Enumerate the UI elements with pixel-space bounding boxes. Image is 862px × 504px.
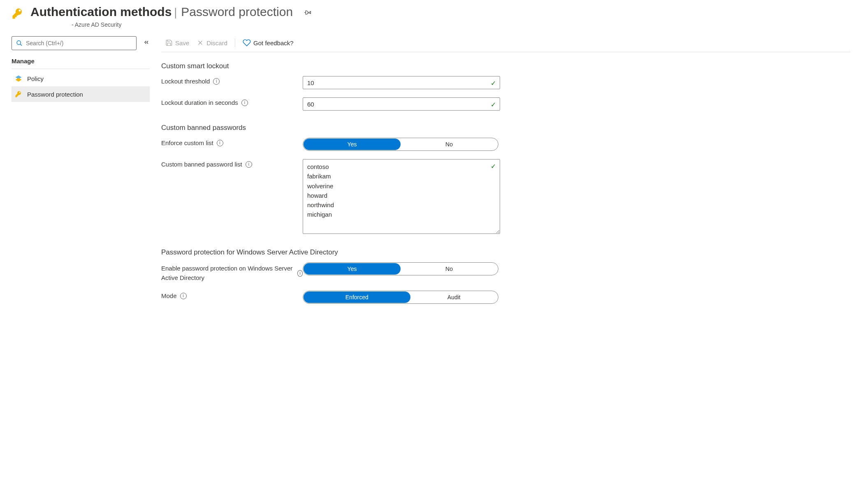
enforce-yes-option[interactable]: Yes (304, 139, 401, 150)
mode-audit-option[interactable]: Audit (410, 291, 498, 303)
breadcrumb: - Azure AD Security (72, 21, 850, 28)
info-icon[interactable]: i (246, 161, 252, 168)
enable-no-option[interactable]: No (401, 263, 498, 275)
lockout-threshold-input[interactable] (303, 76, 500, 89)
checkmark-icon: ✓ (491, 101, 496, 109)
key-icon (12, 7, 24, 21)
enforce-no-option[interactable]: No (401, 139, 498, 150)
info-icon[interactable]: i (213, 78, 220, 85)
policy-icon (15, 75, 22, 82)
sidebar-search[interactable] (12, 36, 137, 50)
banned-list-label: Custom banned password list (161, 161, 242, 168)
sidebar-item-label: Policy (27, 75, 44, 82)
section-banned-title: Custom banned passwords (161, 124, 597, 132)
checkmark-icon: ✓ (491, 162, 496, 170)
pin-button[interactable] (304, 11, 312, 17)
save-button[interactable]: Save (165, 39, 189, 46)
page-title: Authentication methods (30, 5, 171, 18)
info-icon[interactable]: i (241, 99, 248, 106)
toolbar-divider (235, 39, 235, 47)
sidebar-item-policy[interactable]: Policy (12, 71, 150, 86)
enable-yes-option[interactable]: Yes (304, 263, 401, 275)
sidebar-item-label: Password protection (27, 91, 83, 98)
toolbar: Save Discard Got feedback? (161, 36, 850, 52)
key-icon (15, 90, 22, 98)
info-icon[interactable]: i (217, 140, 223, 146)
checkmark-icon: ✓ (491, 79, 496, 87)
close-icon (197, 39, 204, 46)
banned-password-list-input[interactable] (303, 159, 500, 234)
page-header: Authentication methods | Password protec… (12, 5, 850, 28)
enforce-custom-list-toggle[interactable]: Yes No (303, 138, 498, 151)
svg-point-0 (17, 41, 21, 44)
lockout-duration-input[interactable] (303, 97, 500, 111)
collapse-sidebar-button[interactable] (143, 39, 150, 47)
enable-winserver-label: Enable password protection on Windows Se… (161, 264, 294, 282)
search-input[interactable] (26, 40, 132, 46)
mode-label: Mode (161, 292, 177, 299)
discard-button[interactable]: Discard (197, 39, 227, 46)
feedback-button[interactable]: Got feedback? (243, 39, 294, 47)
info-icon[interactable]: i (180, 293, 187, 299)
nav-section-manage: Manage (12, 58, 150, 69)
svg-marker-3 (16, 78, 22, 82)
lockout-duration-label: Lockout duration in seconds (161, 99, 238, 106)
mode-toggle[interactable]: Enforced Audit (303, 291, 498, 304)
page-subtitle: Password protection (181, 5, 293, 18)
enforce-custom-list-label: Enforce custom list (161, 139, 213, 146)
heart-icon (243, 39, 251, 47)
lockout-threshold-label: Lockout threshold (161, 78, 210, 85)
enable-winserver-toggle[interactable]: Yes No (303, 262, 498, 275)
svg-line-1 (20, 44, 22, 46)
info-icon[interactable]: i (297, 270, 303, 277)
section-winserver-title: Password protection for Windows Server A… (161, 248, 597, 257)
section-lockout-title: Custom smart lockout (161, 62, 597, 70)
sidebar-item-password-protection[interactable]: Password protection (12, 86, 150, 102)
mode-enforced-option[interactable]: Enforced (304, 291, 410, 303)
save-icon (165, 39, 173, 46)
